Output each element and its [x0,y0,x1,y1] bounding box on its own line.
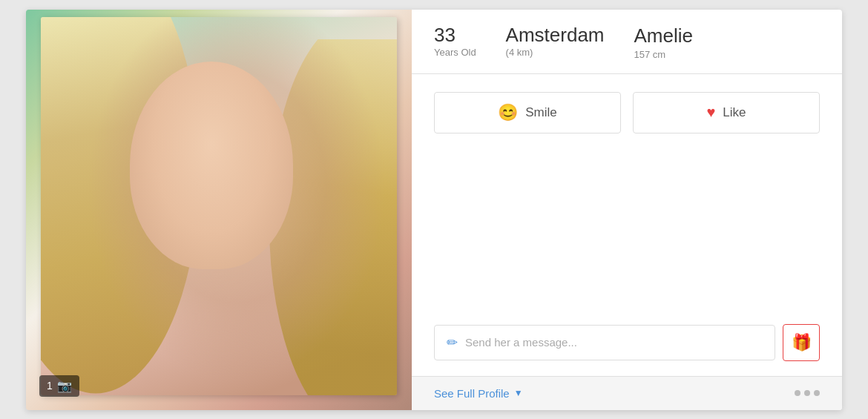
message-input[interactable]: ✏ Send her a message... [434,325,775,360]
photo-count-badge: 1 📷 [39,375,79,397]
smile-emoji: 😊 [498,103,518,122]
dot-2 [804,390,810,396]
chevron-down-icon: ▼ [514,388,523,398]
location-stat: Amsterdam (4 km) [506,24,605,60]
profile-card: 1 📷 33 Years Old Amsterdam (4 km) Amelie… [26,10,842,410]
like-button[interactable]: ♥ Like [633,92,820,133]
name-stat: Amelie 157 cm [634,24,693,60]
photo-count-number: 1 [47,380,53,392]
photo-section: 1 📷 [26,10,412,410]
gift-icon: 🎁 [792,333,812,352]
camera-icon: 📷 [57,379,72,393]
profile-photo[interactable] [41,17,397,395]
profile-name: Amelie [634,24,693,47]
profile-height: 157 cm [634,49,693,60]
location-city: Amsterdam [506,24,605,46]
more-options-menu[interactable] [795,390,820,396]
smile-label: Smile [525,105,557,120]
see-full-profile-button[interactable]: See Full Profile ▼ [434,387,523,400]
footer-row: See Full Profile ▼ [412,376,842,410]
profile-stats: 33 Years Old Amsterdam (4 km) Amelie 157… [412,10,842,74]
message-placeholder: Send her a message... [465,336,577,349]
pencil-icon: ✏ [447,334,458,351]
age-stat: 33 Years Old [434,24,476,60]
location-distance: (4 km) [506,47,605,58]
gift-button[interactable]: 🎁 [783,324,820,361]
skin-face [130,62,293,269]
age-label: Years Old [434,47,476,58]
actions-row: 😊 Smile ♥ Like [412,74,842,151]
message-row: ✏ Send her a message... 🎁 [412,324,842,376]
dot-1 [795,390,800,396]
smile-button[interactable]: 😊 Smile [434,92,621,133]
heart-icon: ♥ [706,104,715,121]
info-section: 33 Years Old Amsterdam (4 km) Amelie 157… [412,10,842,410]
like-label: Like [723,105,746,120]
age-number: 33 [434,24,476,46]
content-spacer [412,151,842,324]
see-full-profile-label: See Full Profile [434,387,510,400]
dot-3 [814,390,820,396]
